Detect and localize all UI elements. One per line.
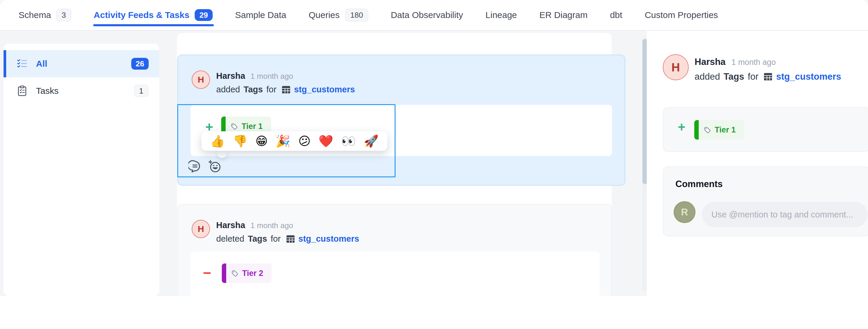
sidebar-item-label: All xyxy=(36,59,131,69)
action-object: Tags xyxy=(244,85,263,94)
tab-label: Lineage xyxy=(486,10,517,20)
avatar: H xyxy=(663,54,689,80)
tag-pill-tier1: Tier 1 xyxy=(694,120,744,140)
tab-activity-feeds-tasks[interactable]: Activity Feeds & Tasks 29 xyxy=(94,0,213,30)
table-icon xyxy=(764,72,772,81)
reaction-confused[interactable]: 😕 xyxy=(298,135,311,147)
entity-link[interactable]: stg_customers xyxy=(299,234,359,244)
comment-input[interactable] xyxy=(702,202,868,227)
detail-header: Harsha 1 month ago xyxy=(694,57,776,67)
tab-er-diagram[interactable]: ER Diagram xyxy=(539,0,588,30)
avatar: H xyxy=(192,220,210,238)
app-window: Schema 3 Activity Feeds & Tasks 29 Sampl… xyxy=(0,0,868,329)
tab-label: dbt xyxy=(610,10,622,20)
reaction-eyes[interactable]: 👀 xyxy=(341,135,356,147)
feed-item-deleted-tags[interactable]: H Harsha 1 month ago deleted Tags for st… xyxy=(177,204,612,296)
added-indicator: + xyxy=(678,121,685,134)
asset-tabs-bar: Schema 3 Activity Feeds & Tasks 29 Sampl… xyxy=(0,0,868,31)
removed-indicator: − xyxy=(203,266,211,280)
current-user-avatar: R xyxy=(674,201,695,223)
tag-pill-tier2: Tier 2 xyxy=(222,264,272,283)
table-icon xyxy=(282,86,290,94)
tab-count-badge: 180 xyxy=(345,8,368,22)
user-name: Harsha xyxy=(216,220,245,230)
action-preposition: for xyxy=(266,85,276,94)
action-verb: deleted xyxy=(216,234,244,244)
tab-label: Custom Properties xyxy=(645,10,718,20)
sidebar-item-tasks[interactable]: Tasks 1 xyxy=(4,77,159,104)
reaction-laugh[interactable]: 😁 xyxy=(255,135,268,147)
tab-lineage[interactable]: Lineage xyxy=(486,0,517,30)
sidebar-count-badge: 26 xyxy=(131,58,149,70)
sidebar-count-badge: 1 xyxy=(134,85,149,97)
comments-card: Comments R xyxy=(663,167,868,236)
tag-icon xyxy=(704,126,711,134)
action-object: Tags xyxy=(248,234,267,244)
action-preposition: for xyxy=(271,234,281,244)
tab-sample-data[interactable]: Sample Data xyxy=(235,0,286,30)
detail-action-line: added Tags for stg_customers xyxy=(694,71,841,82)
tab-schema[interactable]: Schema 3 xyxy=(19,0,71,30)
reaction-thumbs-down[interactable]: 👎 xyxy=(233,135,247,147)
avatar: H xyxy=(192,70,210,89)
clipboard-icon xyxy=(17,85,28,96)
action-verb: added xyxy=(694,71,720,82)
feed-item-action-line: deleted Tags for stg_customers xyxy=(216,234,359,244)
reaction-rocket[interactable]: 🚀 xyxy=(364,135,379,147)
tab-label: Activity Feeds & Tasks xyxy=(94,10,190,20)
tab-data-observability[interactable]: Data Observability xyxy=(391,0,463,30)
tag-icon xyxy=(230,122,238,130)
reaction-emoji-popup: 👍 👎 😁 🎉 😕 ❤️ 👀 🚀 xyxy=(202,131,387,151)
tab-label: Sample Data xyxy=(235,10,286,20)
reaction-hooray[interactable]: 🎉 xyxy=(276,135,290,147)
sidebar-item-all[interactable]: All 26 xyxy=(4,50,159,77)
tag-icon xyxy=(231,269,239,277)
tab-count-badge: 29 xyxy=(195,9,213,21)
timestamp: 1 month ago xyxy=(250,221,293,230)
table-icon xyxy=(286,235,295,243)
tab-label: Schema xyxy=(19,10,51,20)
reaction-thumbs-up[interactable]: 👍 xyxy=(210,135,225,147)
sidebar-item-label: Tasks xyxy=(36,86,134,96)
comments-heading: Comments xyxy=(675,179,722,189)
feed-item-action-line: added Tags for stg_customers xyxy=(216,85,355,94)
reaction-heart[interactable]: ❤️ xyxy=(318,135,333,147)
feed-item-actions xyxy=(188,160,221,173)
tag-label: Tier 1 xyxy=(242,122,263,131)
activity-filter-sidebar: All 26 Tasks 1 xyxy=(4,44,159,296)
tab-dbt[interactable]: dbt xyxy=(610,0,622,30)
user-name: Harsha xyxy=(216,71,245,81)
checklist-icon xyxy=(17,58,28,69)
action-object: Tags xyxy=(723,71,744,82)
tab-custom-properties[interactable]: Custom Properties xyxy=(645,0,718,30)
timestamp: 1 month ago xyxy=(732,58,776,67)
activity-detail-panel: H Harsha 1 month ago added Tags for stg_… xyxy=(647,31,868,296)
action-verb: added xyxy=(216,85,240,94)
tab-count-badge: 3 xyxy=(56,8,71,22)
user-name: Harsha xyxy=(694,57,725,67)
tag-change-card: − Tier 2 xyxy=(190,252,599,296)
tab-label: Queries xyxy=(309,10,339,20)
entity-link[interactable]: stg_customers xyxy=(776,71,841,82)
entity-link[interactable]: stg_customers xyxy=(294,85,355,94)
activity-content-region: All 26 Tasks 1 H Harsha 1 month ago xyxy=(0,31,868,296)
detail-tag-change-card: + Tier 1 xyxy=(663,107,868,152)
action-preposition: for xyxy=(748,71,758,82)
tab-queries[interactable]: Queries 180 xyxy=(309,0,368,30)
tag-color-bar xyxy=(222,264,226,283)
tag-label: Tier 1 xyxy=(715,125,736,134)
tag-label: Tier 2 xyxy=(242,269,264,278)
tag-color-bar xyxy=(694,120,699,140)
feed-item-added-tags[interactable]: H Harsha 1 month ago added Tags for stg_… xyxy=(177,55,625,186)
tab-label: ER Diagram xyxy=(539,10,588,20)
feed-item-header: Harsha 1 month ago xyxy=(216,71,293,81)
add-reaction-icon[interactable] xyxy=(208,160,221,173)
tab-label: Data Observability xyxy=(391,10,463,20)
feed-item-header: Harsha 1 month ago xyxy=(216,220,293,230)
timestamp: 1 month ago xyxy=(250,72,293,81)
comment-icon[interactable] xyxy=(188,160,202,173)
